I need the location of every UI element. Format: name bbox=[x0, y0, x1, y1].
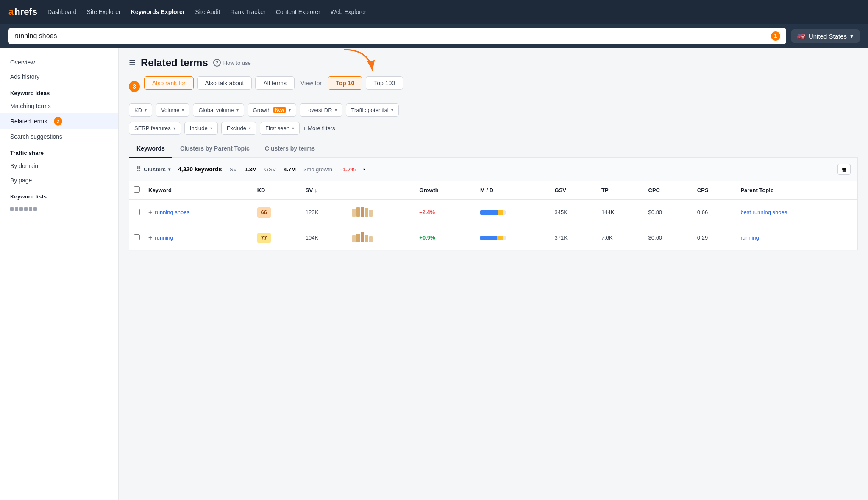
row1-tb-blue bbox=[480, 210, 498, 215]
row1-tp-cell: 144K bbox=[597, 199, 644, 225]
kw-list-item-1[interactable] bbox=[10, 206, 108, 212]
nav-rank-tracker[interactable]: Rank Tracker bbox=[230, 8, 265, 15]
th-keyword: Keyword bbox=[144, 181, 253, 199]
tab-all-terms[interactable]: All terms bbox=[255, 76, 294, 90]
th-growth[interactable]: Growth bbox=[415, 181, 476, 199]
row2-checkbox-cell[interactable] bbox=[129, 225, 145, 251]
kw-dots-1 bbox=[10, 207, 61, 211]
sidebar-item-by-page[interactable]: By page bbox=[0, 173, 118, 187]
filter-global-volume-chevron: ▾ bbox=[236, 108, 239, 112]
kw-dot bbox=[29, 207, 32, 211]
row2-tb-gray bbox=[503, 236, 506, 240]
data-tab-clusters-parent[interactable]: Clusters by Parent Topic bbox=[172, 140, 257, 158]
clusters-dots-icon: ⠿ bbox=[136, 165, 141, 173]
country-selector[interactable]: 🇺🇸 United States ▾ bbox=[791, 29, 860, 43]
filter-exclude-label: Exclude bbox=[227, 125, 246, 131]
row2-tp-cell: 7.6K bbox=[597, 225, 644, 251]
row2-checkbox[interactable] bbox=[134, 234, 140, 240]
sidebar-item-ads-history[interactable]: Ads history bbox=[0, 70, 118, 84]
th-sv[interactable]: SV ↓ bbox=[301, 181, 348, 199]
country-chevron: ▾ bbox=[850, 32, 854, 40]
filter-serp-features[interactable]: SERP features ▾ bbox=[129, 122, 181, 135]
filter-traffic-potential-label: Traffic potential bbox=[351, 107, 389, 113]
nav-site-audit[interactable]: Site Audit bbox=[195, 8, 220, 15]
row2-add-button[interactable]: + bbox=[148, 234, 152, 242]
nav-site-explorer[interactable]: Site Explorer bbox=[87, 8, 121, 15]
row2-kd-cell: 77 bbox=[253, 225, 301, 251]
svg-rect-9 bbox=[365, 235, 368, 242]
sidebar-item-related-terms[interactable]: Related terms 2 bbox=[0, 113, 118, 129]
logo[interactable]: ahrefs bbox=[8, 6, 37, 17]
growth-chevron[interactable]: ▾ bbox=[363, 167, 365, 172]
row1-add-button[interactable]: + bbox=[148, 209, 152, 216]
th-select-all[interactable] bbox=[129, 181, 145, 199]
data-tab-keywords[interactable]: Keywords bbox=[129, 140, 172, 158]
th-sparkline bbox=[348, 181, 415, 199]
logo-a: a bbox=[8, 6, 14, 17]
row1-tb-yellow bbox=[498, 210, 503, 215]
row1-keyword-link[interactable]: running shoes bbox=[155, 209, 189, 215]
row2-sv-cell: 104K bbox=[301, 225, 348, 251]
logo-rest: hrefs bbox=[14, 6, 37, 17]
row2-sparkline bbox=[352, 231, 374, 243]
filter-growth[interactable]: Growth New ▾ bbox=[248, 103, 296, 117]
sidebar-item-overview[interactable]: Overview bbox=[0, 55, 118, 70]
row1-tb-gray bbox=[503, 210, 506, 215]
nav-keywords-explorer[interactable]: Keywords Explorer bbox=[131, 8, 185, 15]
search-input-wrap[interactable]: 1 bbox=[8, 28, 786, 44]
row2-traffic-bar bbox=[480, 236, 506, 240]
hamburger-icon[interactable]: ☰ bbox=[129, 58, 136, 67]
table-header-row: Keyword KD SV ↓ Growth M / D GSV TP CPC … bbox=[129, 181, 858, 199]
sidebar-item-search-suggestions[interactable]: Search suggestions bbox=[0, 129, 118, 144]
row1-checkbox-cell[interactable] bbox=[129, 199, 145, 225]
sv-label: SV bbox=[230, 166, 237, 173]
data-table-tabs: Keywords Clusters by Parent Topic Cluste… bbox=[129, 140, 858, 158]
clusters-button[interactable]: ⠿ Clusters ▾ bbox=[136, 165, 170, 173]
tab-also-rank-for[interactable]: Also rank for bbox=[144, 76, 194, 90]
tab-top-10[interactable]: Top 10 bbox=[328, 76, 362, 90]
select-all-checkbox[interactable] bbox=[134, 186, 140, 193]
search-input[interactable] bbox=[14, 32, 767, 40]
filter-serp-chevron: ▾ bbox=[173, 126, 175, 131]
sidebar-by-page-label: By page bbox=[10, 177, 32, 184]
row2-keyword-cell: + running bbox=[144, 225, 253, 251]
svg-rect-5 bbox=[369, 210, 373, 217]
row1-sv-cell: 123K bbox=[301, 199, 348, 225]
tab-also-talk-about[interactable]: Also talk about bbox=[197, 76, 252, 90]
filter-exclude[interactable]: Exclude ▾ bbox=[221, 122, 256, 135]
more-filters-button[interactable]: + More filters bbox=[303, 125, 335, 131]
th-tp: TP bbox=[597, 181, 644, 199]
filter-traffic-potential[interactable]: Traffic potential ▾ bbox=[346, 103, 399, 117]
nav-content-explorer[interactable]: Content Explorer bbox=[276, 8, 320, 15]
nav-dashboard[interactable]: Dashboard bbox=[47, 8, 77, 15]
filter-first-seen[interactable]: First seen ▾ bbox=[260, 122, 300, 135]
sidebar-overview-label: Overview bbox=[10, 59, 35, 66]
sidebar-item-by-domain[interactable]: By domain bbox=[0, 159, 118, 173]
th-kd[interactable]: KD bbox=[253, 181, 301, 199]
filter-lowest-dr[interactable]: Lowest DR ▾ bbox=[300, 103, 342, 117]
filter-include[interactable]: Include ▾ bbox=[184, 122, 218, 135]
tab-top-100[interactable]: Top 100 bbox=[366, 76, 403, 90]
filter-row-2: SERP features ▾ Include ▾ Exclude ▾ Firs… bbox=[129, 122, 858, 135]
filter-lowest-dr-chevron: ▾ bbox=[335, 108, 337, 112]
view-for-label: View for bbox=[298, 80, 324, 87]
country-name: United States bbox=[809, 33, 847, 40]
filter-serp-label: SERP features bbox=[134, 125, 171, 131]
chart-view-button[interactable]: ▦ bbox=[837, 164, 851, 175]
filter-volume-label: Volume bbox=[161, 107, 179, 113]
growth-label: 3mo growth bbox=[303, 166, 332, 173]
filter-volume-chevron: ▾ bbox=[182, 108, 184, 112]
data-tab-clusters-terms[interactable]: Clusters by terms bbox=[257, 140, 323, 158]
row2-parent-topic-link[interactable]: running bbox=[740, 235, 759, 241]
how-to-use-button[interactable]: ? How to use bbox=[213, 59, 251, 67]
row1-checkbox[interactable] bbox=[134, 209, 140, 215]
row2-parent-topic-cell: running bbox=[736, 225, 857, 251]
sidebar-item-matching-terms[interactable]: Matching terms bbox=[0, 99, 118, 113]
row1-parent-topic-link[interactable]: best running shoes bbox=[740, 209, 787, 215]
filter-kd[interactable]: KD ▾ bbox=[129, 103, 152, 117]
filter-global-volume[interactable]: Global volume ▾ bbox=[193, 103, 244, 117]
row2-keyword-link[interactable]: running bbox=[155, 235, 173, 241]
filter-volume[interactable]: Volume ▾ bbox=[156, 103, 189, 117]
step-3-badge: 3 bbox=[129, 81, 140, 92]
nav-web-explorer[interactable]: Web Explorer bbox=[331, 8, 367, 15]
